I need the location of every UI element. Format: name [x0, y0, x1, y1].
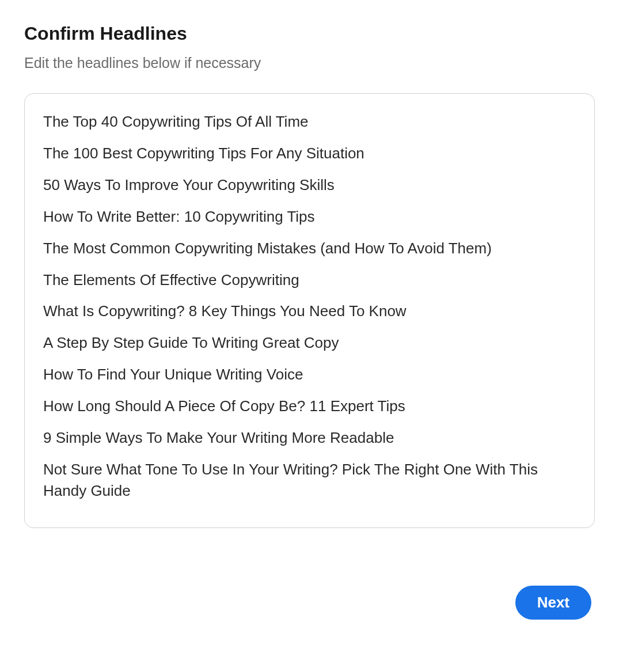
- headline-item[interactable]: Not Sure What Tone To Use In Your Writin…: [43, 459, 576, 502]
- headline-item[interactable]: A Step By Step Guide To Writing Great Co…: [43, 332, 576, 354]
- headline-item[interactable]: 50 Ways To Improve Your Copywriting Skil…: [43, 174, 576, 196]
- headline-item[interactable]: The Top 40 Copywriting Tips Of All Time: [43, 111, 576, 132]
- headline-item[interactable]: How To Find Your Unique Writing Voice: [43, 364, 576, 385]
- headline-item[interactable]: How Long Should A Piece Of Copy Be? 11 E…: [43, 396, 576, 417]
- next-button[interactable]: Next: [515, 586, 591, 620]
- headline-item[interactable]: The 100 Best Copywriting Tips For Any Si…: [43, 143, 576, 164]
- headline-item[interactable]: What Is Copywriting? 8 Key Things You Ne…: [43, 301, 576, 322]
- headlines-textarea[interactable]: The Top 40 Copywriting Tips Of All TimeT…: [24, 93, 595, 528]
- headline-item[interactable]: The Elements Of Effective Copywriting: [43, 269, 576, 291]
- page-title: Confirm Headlines: [24, 23, 595, 44]
- footer: Next: [24, 586, 595, 620]
- headline-item[interactable]: The Most Common Copywriting Mistakes (an…: [43, 238, 576, 259]
- headline-item[interactable]: 9 Simple Ways To Make Your Writing More …: [43, 427, 576, 449]
- page-subtitle: Edit the headlines below if necessary: [24, 55, 595, 71]
- headline-item[interactable]: How To Write Better: 10 Copywriting Tips: [43, 206, 576, 227]
